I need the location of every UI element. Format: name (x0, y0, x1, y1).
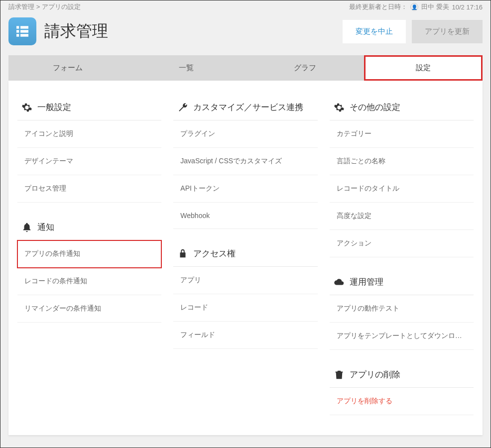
breadcrumb-app[interactable]: 請求管理 (8, 3, 34, 10)
item-advanced-settings[interactable]: 高度な設定 (330, 203, 474, 230)
item-icon-description[interactable]: アイコンと説明 (17, 120, 161, 148)
tab-list[interactable]: 一覧 (127, 55, 246, 81)
section-customize-title: カスタマイズ／サービス連携 (193, 102, 303, 113)
tab-settings[interactable]: 設定 (364, 55, 483, 81)
item-app-notification[interactable]: アプリの条件通知 (17, 240, 161, 268)
section-access: アクセス権 (173, 243, 317, 267)
section-access-title: アクセス権 (193, 248, 236, 259)
gear-plus-icon (334, 102, 345, 113)
item-process-management[interactable]: プロセス管理 (17, 175, 161, 203)
gear-icon (21, 102, 32, 113)
section-delete-title: アプリの削除 (350, 369, 400, 380)
svg-rect-4 (16, 34, 19, 36)
tabs: フォーム 一覧 グラフ 設定 (8, 55, 483, 81)
item-api-token[interactable]: APIトークン (173, 175, 317, 203)
cloud-icon (334, 277, 345, 288)
section-other-title: その他の設定 (350, 102, 400, 113)
item-webhook[interactable]: Webhook (173, 203, 317, 229)
item-record-title[interactable]: レコードのタイトル (330, 175, 474, 203)
breadcrumb-sep: > (36, 3, 40, 10)
section-customize: カスタマイズ／サービス連携 (173, 97, 317, 120)
avatar: 👤 (410, 3, 418, 11)
item-access-record[interactable]: レコード (173, 294, 317, 322)
update-button[interactable]: アプリを更新 (412, 20, 483, 43)
section-delete: アプリの削除 (330, 364, 474, 388)
page-title: 請求管理 (44, 20, 108, 42)
item-js-css[interactable]: JavaScript / CSSでカスタマイズ (173, 148, 317, 175)
item-download-template[interactable]: アプリをテンプレートとしてダウンロード (330, 323, 474, 350)
trash-icon (334, 369, 345, 380)
wrench-icon (177, 102, 188, 113)
breadcrumb: 請求管理 > アプリの設定 (8, 2, 81, 11)
section-other: その他の設定 (330, 97, 474, 120)
last-updated-user: 田中 愛美 (421, 2, 449, 11)
breadcrumb-page: アプリの設定 (42, 3, 81, 10)
last-updated-time: 10/2 17:16 (452, 3, 483, 11)
item-plugin[interactable]: プラグイン (173, 120, 317, 148)
item-record-notification[interactable]: レコードの条件通知 (17, 268, 161, 295)
item-app-test[interactable]: アプリの動作テスト (330, 295, 474, 323)
bell-icon (21, 222, 32, 233)
section-notify-title: 通知 (37, 222, 54, 233)
svg-rect-3 (20, 30, 28, 32)
app-icon (8, 17, 36, 45)
tab-form[interactable]: フォーム (8, 55, 127, 81)
item-action[interactable]: アクション (330, 230, 474, 257)
tab-graph[interactable]: グラフ (246, 55, 364, 81)
item-language-names[interactable]: 言語ごとの名称 (330, 148, 474, 175)
cancel-button[interactable]: 変更を中止 (343, 20, 406, 43)
svg-rect-2 (16, 30, 19, 32)
svg-rect-5 (20, 34, 28, 36)
section-ops: 運用管理 (330, 271, 474, 295)
lock-icon (177, 248, 188, 259)
section-notify: 通知 (17, 217, 161, 240)
item-delete-app[interactable]: アプリを削除する (330, 388, 474, 415)
item-category[interactable]: カテゴリー (330, 120, 474, 148)
item-access-app[interactable]: アプリ (173, 267, 317, 294)
section-general-title: 一般設定 (37, 102, 71, 113)
section-general: 一般設定 (17, 97, 161, 120)
section-ops-title: 運用管理 (350, 276, 383, 288)
item-design-theme[interactable]: デザインテーマ (17, 148, 161, 175)
item-access-field[interactable]: フィールド (173, 322, 317, 349)
svg-rect-1 (20, 26, 28, 28)
last-updated: 最終更新者と日時： 👤 田中 愛美 10/2 17:16 (349, 2, 483, 11)
last-updated-label: 最終更新者と日時： (349, 2, 407, 11)
svg-rect-0 (16, 26, 19, 28)
item-reminder-notification[interactable]: リマインダーの条件通知 (17, 295, 161, 323)
